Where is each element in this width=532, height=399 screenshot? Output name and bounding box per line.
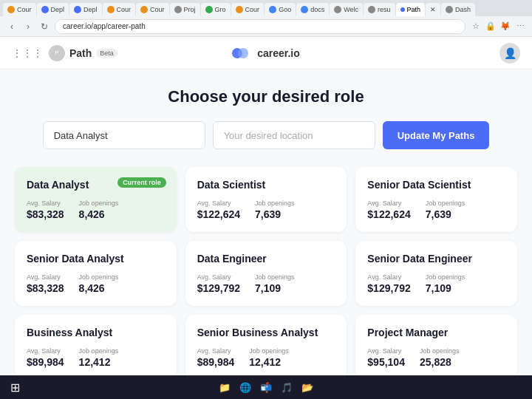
role-card[interactable]: Senior Data Scientist Avg. Salary $122,6…: [355, 167, 517, 232]
role-card[interactable]: Data Scientist Avg. Salary $122,624 Job …: [185, 167, 347, 232]
salary-value: $83,328: [27, 208, 64, 220]
tab-2[interactable]: Depl: [37, 3, 69, 16]
tab-9[interactable]: Goo: [265, 3, 296, 16]
taskbar-browser[interactable]: 🌐: [238, 380, 253, 395]
main-content: Choose your desired role Update My Paths…: [0, 69, 532, 375]
openings-stat: Job openings 7,109: [255, 273, 295, 294]
stats-row: Avg. Salary $122,624 Job openings 7,639: [367, 200, 505, 220]
role-card[interactable]: Senior Data Engineer Avg. Salary $129,79…: [355, 241, 517, 306]
salary-label: Avg. Salary: [27, 200, 64, 207]
tab-dash[interactable]: Dash: [441, 3, 475, 16]
tab-1[interactable]: Cour: [3, 3, 36, 16]
path-logo: P Path Beta: [49, 45, 117, 61]
role-card[interactable]: Senior Business Analyst Avg. Salary $89,…: [185, 315, 347, 375]
role-title: Senior Data Analyst: [27, 253, 165, 265]
shield-icon[interactable]: 🔒: [485, 21, 497, 33]
taskbar-media[interactable]: 🎵: [279, 380, 294, 395]
path-brand-label: Path: [69, 47, 92, 59]
update-paths-button[interactable]: Update My Paths: [383, 121, 490, 149]
role-card[interactable]: Data Engineer Avg. Salary $129,792 Job o…: [185, 241, 347, 306]
role-title: Senior Business Analyst: [197, 327, 335, 338]
openings-label: Job openings: [255, 200, 295, 207]
openings-value: 12,412: [249, 356, 289, 368]
role-card[interactable]: Business Analyst Avg. Salary $89,984 Job…: [15, 315, 177, 375]
role-title: Senior Data Engineer: [367, 253, 505, 265]
salary-value: $89,984: [27, 356, 64, 368]
salary-label: Avg. Salary: [367, 200, 410, 207]
tab-4[interactable]: Cour: [103, 3, 136, 16]
back-button[interactable]: ‹: [6, 21, 18, 33]
openings-label: Job openings: [249, 347, 289, 355]
location-input[interactable]: [213, 121, 375, 149]
url-bar[interactable]: career.io/app/career-path: [55, 19, 466, 34]
app-header: ⋮⋮⋮ P Path Beta career.io 👤: [0, 37, 532, 69]
tab-11[interactable]: Welc: [330, 3, 363, 16]
tab-path-active[interactable]: Path: [396, 3, 426, 16]
start-button[interactable]: ⊞: [7, 380, 22, 395]
openings-label: Job openings: [420, 347, 460, 355]
salary-value: $129,792: [367, 282, 410, 294]
stats-row: Avg. Salary $95,104 Job openings 25,828: [367, 347, 505, 368]
role-card[interactable]: Project Manager Avg. Salary $95,104 Job …: [355, 315, 517, 375]
browser-tabs: Cour Depl Depl Cour Cour Proj Gro Cour G…: [0, 0, 532, 16]
user-avatar[interactable]: 👤: [499, 43, 520, 64]
stats-row: Avg. Salary $129,792 Job openings 7,109: [367, 273, 505, 294]
tab-close[interactable]: ✕: [426, 3, 440, 16]
path-favicon: P: [49, 45, 65, 61]
openings-value: 7,639: [255, 208, 295, 220]
career-logo-icon: [232, 47, 253, 59]
browser-toolbar: ☆ 🔒 🦊 ⋯: [470, 21, 526, 33]
openings-label: Job openings: [426, 273, 466, 281]
extensions-icon[interactable]: 🦊: [499, 21, 511, 33]
role-input[interactable]: [43, 121, 205, 149]
refresh-button[interactable]: ↻: [38, 21, 50, 33]
openings-value: 7,109: [255, 282, 295, 294]
role-card[interactable]: Data Analyst Current role Avg. Salary $8…: [15, 167, 177, 232]
stats-row: Avg. Salary $89,984 Job openings 12,412: [197, 347, 335, 368]
openings-value: 8,426: [79, 282, 119, 294]
salary-value: $129,792: [197, 282, 240, 294]
salary-label: Avg. Salary: [197, 200, 240, 207]
menu-icon[interactable]: ⋯: [514, 21, 526, 33]
openings-label: Job openings: [79, 273, 119, 281]
header-left: ⋮⋮⋮ P Path Beta: [12, 45, 232, 61]
openings-label: Job openings: [426, 200, 466, 207]
tab-7[interactable]: Gro: [201, 3, 231, 16]
openings-value: 7,109: [426, 282, 466, 294]
openings-stat: Job openings 8,426: [79, 200, 119, 220]
star-icon[interactable]: ☆: [470, 21, 482, 33]
tab-3[interactable]: Depl: [69, 3, 102, 16]
tab-10[interactable]: docs: [296, 3, 329, 16]
url-text: career.io/app/career-path: [63, 22, 146, 30]
openings-label: Job openings: [79, 347, 119, 355]
role-title: Senior Data Scientist: [367, 179, 505, 191]
salary-stat: Avg. Salary $89,984: [197, 347, 235, 368]
tab-8[interactable]: Cour: [231, 3, 265, 16]
tab-5[interactable]: Cour: [136, 3, 169, 16]
salary-value: $122,624: [197, 208, 240, 220]
salary-stat: Avg. Salary $129,792: [197, 273, 240, 294]
search-row: Update My Paths: [12, 121, 520, 149]
role-card[interactable]: Senior Data Analyst Avg. Salary $83,328 …: [15, 241, 177, 306]
browser-address-bar: ‹ › ↻ career.io/app/career-path ☆ 🔒 🦊 ⋯: [0, 16, 532, 37]
roles-grid: Data Analyst Current role Avg. Salary $8…: [15, 167, 517, 375]
openings-stat: Job openings 12,412: [249, 347, 289, 368]
taskbar-mail[interactable]: 📬: [259, 380, 273, 395]
stats-row: Avg. Salary $129,792 Job openings 7,109: [197, 273, 335, 294]
salary-label: Avg. Salary: [197, 273, 240, 281]
beta-badge: Beta: [96, 49, 117, 58]
header-center: career.io: [232, 47, 300, 59]
tab-12[interactable]: resu: [364, 3, 395, 16]
taskbar-files[interactable]: 📁: [217, 380, 232, 395]
forward-button[interactable]: ›: [22, 21, 34, 33]
grid-icon[interactable]: ⋮⋮⋮: [12, 47, 43, 59]
salary-label: Avg. Salary: [197, 347, 235, 355]
stats-row: Avg. Salary $89,984 Job openings 12,412: [27, 347, 165, 368]
salary-stat: Avg. Salary $83,328: [27, 200, 64, 220]
tab-6[interactable]: Proj: [170, 3, 200, 16]
salary-value: $89,984: [197, 356, 235, 368]
role-title: Data Scientist: [197, 179, 335, 191]
role-title: Business Analyst: [27, 327, 165, 338]
taskbar-folder[interactable]: 📂: [300, 380, 315, 395]
salary-value: $95,104: [367, 356, 405, 368]
